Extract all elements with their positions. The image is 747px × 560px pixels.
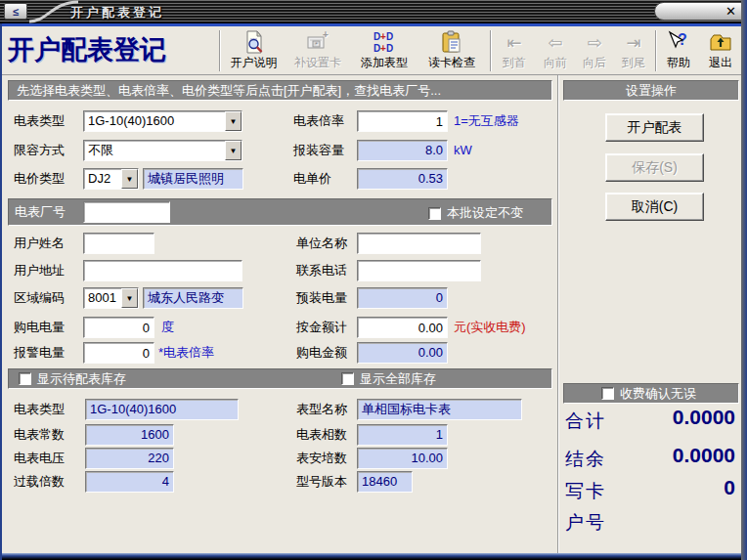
- toolbar: 开户配表登记 开户说明 * +: [0, 26, 747, 75]
- hint-text: 先选择电表类型、电表倍率、电价类型等后点击[开户配表]，查找电表厂号...: [17, 82, 441, 100]
- show-pending-stock-checkbox[interactable]: [19, 372, 31, 385]
- area-code-select[interactable]: 8001 ▼: [83, 287, 139, 309]
- cancel-button[interactable]: 取消(C): [605, 193, 704, 221]
- overload-value: 4: [85, 471, 174, 493]
- overload-label: 过载倍数: [14, 471, 65, 493]
- exit-button[interactable]: 退出: [700, 28, 741, 73]
- dropdown-arrow-icon[interactable]: ▼: [121, 169, 138, 189]
- system-menu-icon[interactable]: ≤: [4, 3, 27, 20]
- preload-energy-value: 0: [357, 287, 448, 309]
- address-input[interactable]: [83, 260, 242, 281]
- window-left-edge: [0, 23, 2, 560]
- org-name-label: 单位名称: [296, 233, 347, 254]
- doc-search-icon: [242, 29, 266, 54]
- dropdown-arrow-icon[interactable]: ▼: [225, 111, 242, 131]
- meter-type-label: 电表类型: [14, 110, 65, 132]
- nav-last-button: ⇥ 到尾: [614, 28, 653, 73]
- toolbar-button-label: 开户说明: [231, 55, 278, 71]
- fee-confirm-checkbox[interactable]: [601, 387, 614, 400]
- toolbar-button-label: 到尾: [622, 55, 645, 71]
- nav-first-button: ⇤ 到首: [495, 28, 534, 73]
- action-panel-band: 设置操作: [563, 80, 739, 101]
- ampere-value: 10.00: [357, 448, 448, 469]
- area-code-desc: 城东人民路变: [143, 287, 243, 309]
- price-type-value: DJ2: [84, 169, 121, 189]
- toolbar-separator: [655, 30, 657, 71]
- deposit-input[interactable]: [357, 317, 448, 338]
- toolbar-button-label: 帮助: [667, 55, 690, 71]
- rate-label: 电表倍率: [293, 110, 344, 132]
- help-button[interactable]: ? 帮助: [659, 28, 698, 73]
- capacity-label: 报装容量: [293, 140, 344, 161]
- window-bottom-edge: [0, 553, 747, 560]
- toolbar-button-label: 向前: [544, 55, 567, 71]
- panel-divider: [557, 75, 559, 553]
- capacity-unit: kW: [454, 140, 472, 161]
- alarm-energy-input[interactable]: [83, 342, 154, 364]
- purchase-energy-input[interactable]: [83, 317, 154, 338]
- open-account-help-button[interactable]: 开户说明: [223, 28, 285, 73]
- area-code-label: 区域编码: [14, 287, 65, 309]
- unit-price-label: 电单价: [293, 168, 331, 190]
- dropdown-arrow-icon[interactable]: ▼: [225, 141, 242, 160]
- read-card-check-button[interactable]: 读卡检查: [419, 28, 484, 73]
- toolbar-button-label: 到首: [503, 55, 526, 71]
- supplement-card-button: * + 补设置卡: [286, 28, 349, 73]
- org-name-input[interactable]: [357, 233, 481, 254]
- batch-fixed-checkbox[interactable]: [428, 207, 441, 220]
- close-icon[interactable]: ✕: [725, 5, 736, 18]
- toolbar-button-label: 向后: [583, 55, 606, 71]
- nav-prev-button: ⇦ 向前: [536, 28, 575, 73]
- purchase-energy-unit: 度: [161, 317, 174, 338]
- factory-no-label: 电表厂号: [15, 203, 66, 221]
- dropdown-arrow-icon[interactable]: ▼: [121, 288, 138, 308]
- constant-value: 1600: [85, 424, 174, 446]
- show-all-stock-row: 显示全部库存: [341, 370, 436, 388]
- user-name-label: 用户姓名: [14, 233, 65, 254]
- meter-type-select[interactable]: 1G-10(40)1600 ▼: [83, 110, 242, 132]
- balance-value: 0.0000: [589, 444, 735, 467]
- phases-value: 1: [357, 424, 448, 446]
- toolbar-separator: [490, 30, 492, 71]
- constant-label: 电表常数: [14, 424, 65, 446]
- purchase-amount-label: 购电金额: [296, 342, 347, 364]
- address-label: 用户地址: [14, 260, 65, 281]
- purchase-energy-label: 购电电量: [14, 317, 65, 338]
- rate-input[interactable]: [357, 110, 448, 132]
- account-no-label: 户号: [565, 510, 606, 536]
- hint-band: 先选择电表类型、电表倍率、电价类型等后点击[开户配表]，查找电表厂号...: [8, 80, 552, 101]
- total-value: 0.0000: [589, 406, 735, 429]
- toolbar-separator: [219, 30, 221, 71]
- fee-confirm-label: 收费确认无误: [620, 385, 696, 403]
- factory-no-input[interactable]: [83, 201, 170, 223]
- stock-band: 显示待配表库存 显示全部库存: [8, 368, 552, 389]
- user-name-input[interactable]: [83, 233, 154, 254]
- price-type-select[interactable]: DJ2 ▼: [83, 168, 139, 190]
- arrow-right-icon: ⇨: [587, 29, 601, 54]
- window-right-edge: [741, 0, 747, 560]
- nav-next-button: ⇨ 向后: [575, 28, 614, 73]
- toolbar-button-label: 退出: [709, 55, 732, 71]
- limit-mode-label: 限容方式: [14, 140, 65, 161]
- version-label: 型号版本: [296, 471, 347, 493]
- add-meter-model-button[interactable]: D+D D+D 添加表型: [352, 28, 417, 73]
- stock-meter-type-label: 电表类型: [14, 399, 65, 420]
- limit-mode-select[interactable]: 不限 ▼: [83, 140, 242, 161]
- meter-type-value: 1G-10(40)1600: [84, 111, 225, 131]
- phases-label: 电表相数: [296, 424, 347, 446]
- assign-meter-button[interactable]: 开户配表: [605, 113, 704, 142]
- area-code-value: 8001: [84, 288, 121, 308]
- phone-input[interactable]: [357, 260, 481, 281]
- purchase-amount-value: 0.00: [357, 342, 448, 364]
- phone-label: 联系电话: [296, 260, 347, 281]
- svg-text:D: D: [386, 43, 393, 54]
- svg-text:D: D: [386, 31, 393, 42]
- arrow-first-icon: ⇤: [506, 29, 521, 54]
- svg-text:+: +: [323, 30, 329, 40]
- show-all-stock-label: 显示全部库存: [360, 370, 436, 388]
- show-pending-stock-label: 显示待配表库存: [37, 370, 126, 388]
- toolbar-button-label: 添加表型: [361, 55, 408, 71]
- show-all-stock-checkbox[interactable]: [341, 372, 354, 385]
- unit-price-value: 0.53: [357, 168, 448, 190]
- alarm-energy-label: 报警电量: [14, 342, 65, 364]
